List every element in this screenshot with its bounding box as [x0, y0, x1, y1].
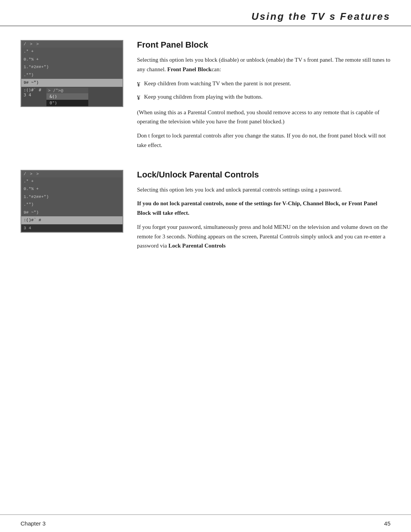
tv2-row-4: .*") — [21, 201, 123, 209]
bullet-front-2: ¥Keep young children from playing with t… — [137, 92, 390, 103]
tv-header2-text-3: > — [36, 172, 39, 176]
tv-header-row-1: / > > — [21, 41, 123, 48]
bullet-icon-2: ¥ — [137, 93, 140, 103]
para-lock-2: If you do not lock parental controls, no… — [137, 199, 390, 218]
section-body-front-panel: Selecting this option lets you block (di… — [137, 55, 390, 150]
tv-screen-1: / > > .* + 0.*% + 1.*#2##+") .*") 9# ~")… — [21, 40, 123, 155]
bold-front-panel: Front Panel Block — [167, 66, 212, 72]
section-title-front-panel: Front Panel Block — [137, 40, 390, 50]
tv2-row-6-highlighted: :()#` # — [21, 216, 123, 224]
tv-header-text-3: > — [36, 42, 39, 46]
tv-row-5-highlighted: 9# ~") — [21, 79, 123, 87]
tv-inner-row-2: 0") — [46, 100, 88, 106]
section-text-lock-unlock: Lock/Unlock Parental Controls Selecting … — [137, 170, 390, 256]
tv2-row-3: 1.*#2##+") — [21, 193, 123, 201]
tv-inner-row-1: &() — [46, 93, 88, 100]
tv-row-3: 1.*#2##+") — [21, 63, 123, 71]
tv-screen-image-1: / > > .* + 0.*% + 1.*#2##+") .*") 9# ~")… — [21, 40, 123, 107]
tv-header-text-2: > — [30, 42, 33, 46]
tv-inner-box: > /">@ &() 0") — [46, 88, 88, 106]
tv-header2-text-2: > — [30, 172, 33, 176]
main-content: / > > .* + 0.*% + 1.*#2##+") .*") 9# ~")… — [0, 26, 411, 293]
tv-header-row-2: / > > — [21, 171, 123, 177]
tv-screen-2: / > > .* + 0.*% + 1.*#2##+") .*") 9# ~")… — [21, 170, 123, 256]
bullet-front-1: ¥Keep children from watching TV when the… — [137, 79, 390, 90]
footer-chapter: Chapter 3 — [21, 520, 46, 527]
section-title-lock-unlock: Lock/Unlock Parental Controls — [137, 170, 390, 180]
para-lock-3: If you forget your password, simultaneou… — [137, 222, 390, 251]
para-front-2: (When using this as a Parental Control m… — [137, 108, 390, 127]
bullets-front-panel: ¥Keep children from watching TV when the… — [137, 79, 390, 103]
page-header: Using the TV s Features — [0, 0, 411, 26]
section-text-front-panel: Front Panel Block Selecting this option … — [137, 40, 390, 155]
page-footer: Chapter 3 45 — [0, 514, 411, 532]
tv-row-4: .*") — [21, 71, 123, 79]
tv-row-2: 0.*% + — [21, 56, 123, 64]
tv-side-text: :()#` #3 4 — [21, 87, 43, 98]
bold-lock-parental: Lock Parental Controls — [169, 243, 226, 249]
tv-inner-area: :()#` #3 4 > /">@ &() 0") — [21, 87, 123, 106]
tv-header-text-1: / — [24, 42, 26, 46]
tv2-row-7: 3 4 — [21, 224, 123, 232]
bullet-text-1: Keep children from watching TV when the … — [144, 79, 291, 88]
bullet-text-2: Keep young children from playing with th… — [144, 92, 263, 102]
para-lock-1: Selecting this option lets you lock and … — [137, 185, 390, 195]
tv2-row-1: .* + — [21, 177, 123, 185]
para-front-3: Don t forget to lock parental controls a… — [137, 131, 390, 150]
tv-screen-image-2: / > > .* + 0.*% + 1.*#2##+") .*") 9# ~")… — [21, 170, 123, 233]
bullet-icon-1: ¥ — [137, 79, 140, 90]
para-front-1: Selecting this option lets you block (di… — [137, 55, 390, 74]
tv-inner-label: > /">@ — [46, 88, 88, 93]
section-front-panel-block: / > > .* + 0.*% + 1.*#2##+") .*") 9# ~")… — [21, 40, 390, 155]
bold-lock-warning: If you do not lock parental controls, no… — [137, 200, 377, 216]
tv-header2-text-1: / — [24, 172, 26, 176]
tv-row-1: .* + — [21, 48, 123, 56]
page-title: Using the TV s Features — [252, 11, 390, 22]
tv2-row-5: 9# ~") — [21, 209, 123, 217]
section-lock-unlock: / > > .* + 0.*% + 1.*#2##+") .*") 9# ~")… — [21, 170, 390, 256]
footer-page-number: 45 — [384, 520, 390, 527]
section-body-lock-unlock: Selecting this option lets you lock and … — [137, 185, 390, 251]
tv2-row-2: 0.*% + — [21, 185, 123, 193]
